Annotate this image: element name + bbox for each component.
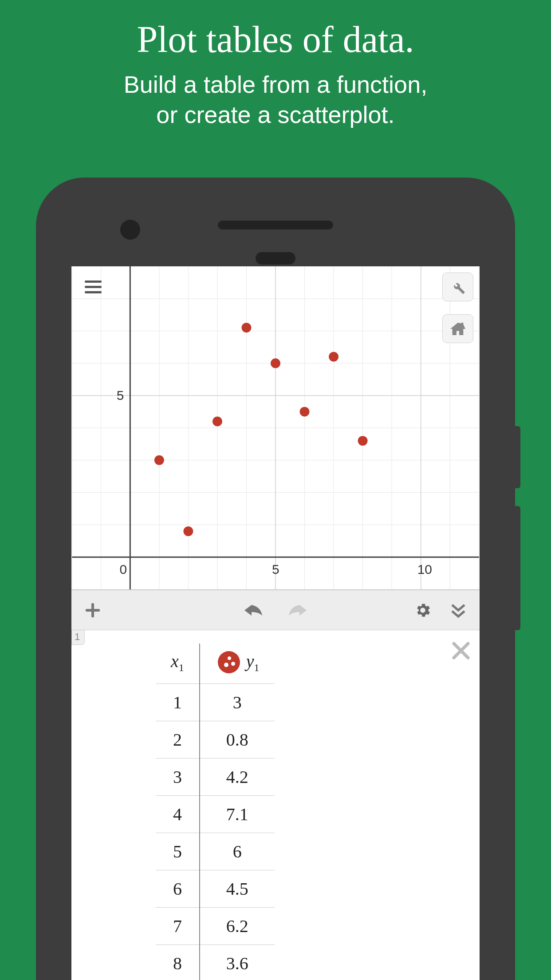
app-screen: 05105 bbox=[71, 266, 480, 980]
svg-rect-45 bbox=[85, 281, 102, 283]
svg-rect-47 bbox=[85, 291, 102, 293]
table-cell-y[interactable]: 6.2 bbox=[200, 908, 275, 945]
table-cell-y[interactable]: 4.2 bbox=[200, 759, 275, 796]
svg-point-40 bbox=[241, 323, 251, 332]
table-cell-x[interactable]: 3 bbox=[156, 759, 200, 796]
collapse-button[interactable] bbox=[445, 597, 472, 624]
table-cell-y[interactable]: 4.5 bbox=[200, 870, 275, 908]
device-frame: 05105 bbox=[36, 178, 515, 980]
expression-toolbar bbox=[71, 590, 480, 630]
svg-text:5: 5 bbox=[117, 388, 124, 403]
table-cell-x[interactable]: 2 bbox=[156, 721, 200, 759]
svg-point-41 bbox=[271, 358, 280, 368]
device-side-button bbox=[515, 426, 520, 488]
table-cell-x[interactable]: 1 bbox=[156, 684, 200, 721]
expression-list: 1 x1 y1 bbox=[71, 630, 480, 980]
table-cell-x[interactable]: 4 bbox=[156, 796, 200, 833]
table-row[interactable]: 76.2 bbox=[156, 908, 275, 945]
plus-icon bbox=[84, 601, 102, 619]
device-earpiece bbox=[218, 221, 333, 229]
svg-point-39 bbox=[213, 416, 222, 426]
promo-title: Plot tables of data. bbox=[0, 18, 551, 61]
table-row[interactable]: 34.2 bbox=[156, 759, 275, 796]
table-row[interactable]: 64.5 bbox=[156, 870, 275, 908]
chevron-double-down-icon bbox=[449, 601, 467, 619]
add-expression-button[interactable] bbox=[79, 597, 106, 624]
graph-canvas[interactable]: 05105 bbox=[71, 266, 480, 590]
table-row[interactable]: 83.6 bbox=[156, 945, 275, 980]
table-row[interactable]: 47.1 bbox=[156, 796, 275, 833]
menu-button[interactable] bbox=[78, 273, 109, 301]
device-sensor-pill bbox=[256, 252, 295, 265]
table-cell-y[interactable]: 6 bbox=[200, 833, 275, 870]
table-cell-y[interactable]: 3 bbox=[200, 684, 275, 721]
table-row[interactable]: 56 bbox=[156, 833, 275, 870]
graph-settings-button[interactable] bbox=[409, 597, 436, 624]
svg-rect-46 bbox=[85, 286, 102, 288]
settings-wrench-button[interactable] bbox=[442, 273, 473, 301]
home-button[interactable] bbox=[442, 314, 473, 343]
promo-subtitle: Build a table from a function, or create… bbox=[0, 70, 551, 130]
expression-index-tab[interactable]: 1 bbox=[71, 630, 85, 645]
table-row[interactable]: 13 bbox=[156, 684, 275, 721]
undo-icon bbox=[243, 603, 264, 617]
series-color-icon[interactable] bbox=[218, 651, 240, 673]
graph-svg: 05105 bbox=[71, 266, 480, 589]
table-header-x-var: x bbox=[171, 651, 179, 671]
table-cell-x[interactable]: 6 bbox=[156, 870, 200, 908]
table-cell-x[interactable]: 5 bbox=[156, 833, 200, 870]
table-cell-y[interactable]: 0.8 bbox=[200, 721, 275, 759]
redo-button[interactable] bbox=[284, 597, 311, 624]
table-cell-y[interactable]: 3.6 bbox=[200, 945, 275, 980]
svg-text:5: 5 bbox=[272, 562, 279, 577]
svg-point-43 bbox=[329, 352, 338, 362]
table-header-y-var: y bbox=[246, 651, 254, 671]
table-header-x[interactable]: x1 bbox=[156, 644, 200, 684]
svg-point-38 bbox=[183, 526, 193, 536]
svg-point-44 bbox=[358, 436, 368, 446]
home-icon bbox=[449, 321, 466, 336]
svg-point-37 bbox=[154, 455, 164, 465]
table-header-y[interactable]: y1 bbox=[200, 644, 275, 684]
data-table[interactable]: x1 y1 1320.834.247.15664.576.283.6 bbox=[156, 644, 275, 980]
table-cell-x[interactable]: 8 bbox=[156, 945, 200, 980]
promo-subtitle-line1: Build a table from a function, bbox=[124, 71, 427, 98]
svg-text:10: 10 bbox=[417, 562, 432, 577]
table-row[interactable]: 20.8 bbox=[156, 721, 275, 759]
close-icon bbox=[451, 641, 471, 660]
svg-rect-49 bbox=[86, 609, 100, 612]
table-header-x-sub: 1 bbox=[179, 662, 184, 673]
delete-expression-button[interactable] bbox=[451, 639, 471, 666]
hamburger-icon bbox=[85, 281, 102, 294]
table-cell-x[interactable]: 7 bbox=[156, 908, 200, 945]
table-cell-y[interactable]: 7.1 bbox=[200, 796, 275, 833]
svg-point-42 bbox=[300, 407, 310, 417]
table-header-y-sub: 1 bbox=[254, 662, 260, 673]
redo-icon bbox=[287, 603, 308, 617]
gear-icon bbox=[414, 601, 432, 619]
device-camera bbox=[120, 220, 140, 240]
wrench-icon bbox=[450, 279, 466, 295]
promo-subtitle-line2: or create a scatterplot. bbox=[156, 101, 394, 128]
svg-text:0: 0 bbox=[119, 562, 127, 577]
undo-button[interactable] bbox=[240, 597, 267, 624]
device-side-button bbox=[515, 506, 520, 630]
